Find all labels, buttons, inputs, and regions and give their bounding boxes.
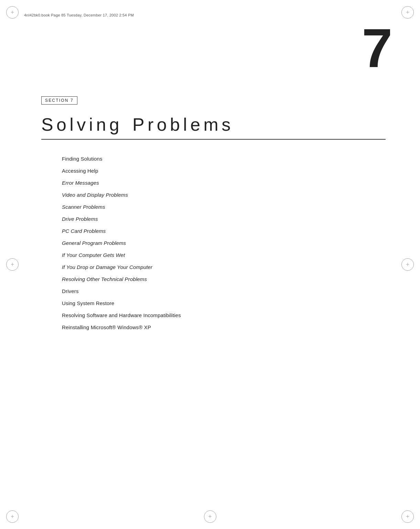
toc-item: Video and Display Problems: [62, 192, 386, 197]
toc-item: If Your Computer Gets Wet: [62, 252, 386, 258]
toc-item: Drivers: [62, 289, 386, 294]
corner-mark-ml: [6, 258, 19, 271]
toc-item: Resolving Other Technical Problems: [62, 277, 386, 282]
corner-mark-tr: [401, 6, 414, 19]
toc-item: PC Card Problems: [62, 228, 386, 234]
chapter-title: Solving Problems: [41, 114, 386, 140]
toc-item: Reinstalling Microsoft® Windows® XP: [62, 325, 386, 330]
toc-item: Scanner Problems: [62, 204, 386, 209]
section-label: SECTION 7: [41, 96, 77, 105]
page: 4nI42bk0.book Page 85 Tuesday, December …: [0, 0, 420, 529]
corner-mark-br: [401, 510, 414, 523]
toc-item: Using System Restore: [62, 301, 386, 306]
corner-mark-mr: [401, 258, 414, 271]
corner-mark-tl: [6, 6, 19, 19]
toc-item: General Program Problems: [62, 240, 386, 246]
toc-item: Finding Solutions: [62, 156, 386, 161]
main-content: SECTION 7 Solving Problems Finding Solut…: [41, 96, 386, 337]
toc-list: Finding SolutionsAccessing HelpError Mes…: [41, 156, 386, 330]
toc-item: Error Messages: [62, 180, 386, 185]
toc-item: Resolving Software and Hardware Incompat…: [62, 313, 386, 318]
toc-item: Drive Problems: [62, 216, 386, 222]
corner-mark-bl: [6, 510, 19, 523]
toc-item: If You Drop or Damage Your Computer: [62, 264, 386, 270]
chapter-number: 7: [362, 21, 392, 76]
file-info: 4nI42bk0.book Page 85 Tuesday, December …: [24, 13, 134, 17]
toc-item: Accessing Help: [62, 168, 386, 173]
corner-mark-bm: [204, 510, 216, 523]
